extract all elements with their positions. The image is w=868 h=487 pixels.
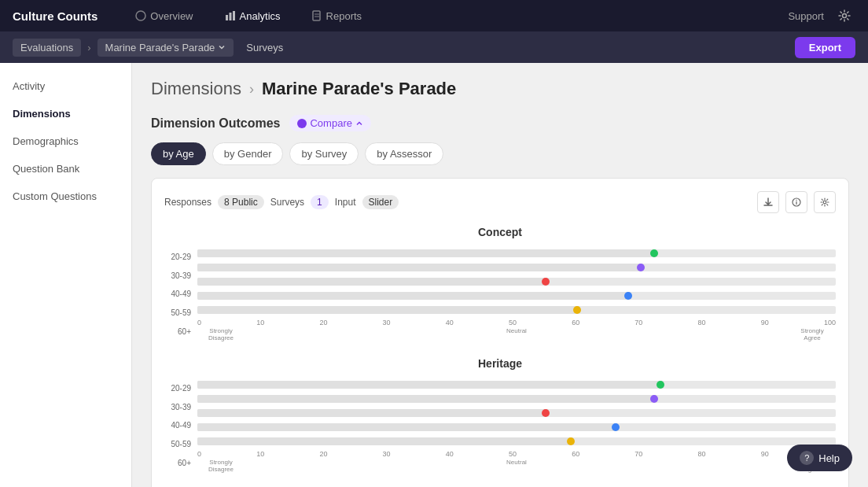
download-icon [763,197,773,207]
charts-container: Concept 20-29 30-39 40-49 50-59 60+ [164,226,836,487]
x-tick: 0 [197,319,201,327]
bars-heritage: 0 10 20 30 40 50 60 70 80 90 100 [197,379,836,473]
sidebar-item-question-bank[interactable]: Question Bank [0,155,131,183]
x-tick: 40 [446,450,454,458]
responses-label: Responses [164,197,211,208]
bar-row [197,248,836,259]
download-button[interactable] [757,191,779,213]
bar-bg [197,278,836,286]
outcomes-title: Dimension Outcomes [151,116,280,131]
x-text-label: StronglyDisagree [197,459,245,473]
input-label: Input [335,197,356,208]
sidebar: Activity Dimensions Demographics Questio… [0,63,132,487]
y-labels-heritage: 20-29 30-39 40-49 50-59 60+ [164,379,197,473]
y-label: 60+ [164,459,191,468]
bar-fill [197,423,619,431]
x-tick: 60 [572,450,579,458]
y-label: 30-39 [164,403,191,412]
filter-tab-age[interactable]: by Age [151,142,206,165]
x-axis-text: StronglyDisagree Neutral StronglyAgree [197,327,836,341]
y-label: 40-49 [164,290,191,299]
sidebar-item-activity[interactable]: Activity [0,72,131,100]
chevron-down-icon [218,43,226,51]
help-button[interactable]: ? Help [787,445,852,471]
nav-item-analytics[interactable]: Analytics [219,7,287,25]
bar-fill [197,409,549,417]
bar-dot [542,409,550,417]
circle-icon [135,10,146,21]
x-tick: 50 [509,450,517,458]
x-tick: 30 [383,319,391,327]
breadcrumb-parade[interactable]: Marine Parade's Parade [97,39,234,57]
compare-icon [297,119,307,128]
y-label: 20-29 [164,384,191,393]
svg-rect-3 [233,11,235,20]
bar-row [197,422,836,433]
x-tick: 60 [572,319,579,327]
nav-item-overview[interactable]: Overview [129,7,199,25]
export-button[interactable]: Export [795,37,855,58]
sidebar-item-demographics[interactable]: Demographics [0,127,131,155]
file-icon [312,10,322,21]
outcomes-header: Dimension Outcomes Compare [151,115,849,131]
info-button[interactable] [785,191,807,213]
y-label: 50-59 [164,440,191,449]
main-content: Dimensions › Marine Parade's Parade Dime… [132,63,868,487]
svg-point-0 [136,11,145,20]
svg-rect-2 [229,13,231,20]
sidebar-item-dimensions[interactable]: Dimensions [0,100,131,127]
bar-fill [197,381,664,389]
chart-concept: Concept 20-29 30-39 40-49 50-59 60+ [164,226,836,341]
bar-bg [197,292,836,300]
filter-tab-survey[interactable]: by Survey [289,142,359,165]
bar-chart-icon [225,10,236,21]
bar-row [197,379,836,390]
svg-point-11 [823,201,826,204]
x-tick: 70 [634,450,642,458]
bar-bg [197,423,836,431]
gear-button[interactable] [833,5,855,27]
surveys-button[interactable]: Surveys [240,39,289,57]
breadcrumb-separator: › [87,42,90,53]
filter-tab-gender[interactable]: by Gender [212,142,284,165]
y-label: 50-59 [164,308,191,318]
bar-dot [650,395,658,403]
bar-row [197,436,836,447]
chart-card: Responses 8 Public Surveys 1 Input Slide… [151,178,849,487]
bar-dot [650,249,658,257]
title-arrow: › [249,81,254,98]
bar-bg [197,437,836,445]
page-title: Dimensions › Marine Parade's Parade [151,79,849,99]
y-labels-concept: 20-29 30-39 40-49 50-59 60+ [164,248,197,341]
bars-concept: 0 10 20 30 40 50 60 70 80 90 100 [197,248,836,341]
main-layout: Activity Dimensions Demographics Questio… [0,63,868,487]
x-tick: 50 [509,319,517,327]
x-tick: 10 [256,450,264,458]
x-tick: 100 [824,319,836,327]
x-tick: 10 [256,319,264,327]
bar-bg [197,381,836,389]
x-tick: 70 [634,319,642,327]
chevron-up-icon [355,120,363,127]
bar-dot [624,292,632,300]
settings-icon [820,197,829,207]
filter-tab-assessor[interactable]: by Assessor [365,142,443,165]
chart-heritage-area: 20-29 30-39 40-49 50-59 60+ [164,379,836,473]
compare-button[interactable]: Compare [289,115,370,131]
breadcrumb-evaluations[interactable]: Evaluations [13,39,81,57]
settings-button[interactable] [814,191,836,213]
sidebar-item-custom-questions[interactable]: Custom Questions [0,183,131,210]
nav-right: Support [788,5,855,27]
bar-dot [657,381,664,389]
bar-bg [197,306,836,314]
surveys-label: Surveys [270,197,304,208]
x-tick: 30 [383,450,391,458]
y-label: 20-29 [164,253,191,262]
x-tick: 40 [446,319,454,327]
bar-fill [197,278,549,286]
x-tick: 80 [698,319,706,327]
x-text-label: StronglyAgree [789,327,836,341]
page-title-end: Marine Parade's Parade [262,79,456,99]
nav-item-reports[interactable]: Reports [306,7,369,25]
support-link[interactable]: Support [788,10,824,22]
